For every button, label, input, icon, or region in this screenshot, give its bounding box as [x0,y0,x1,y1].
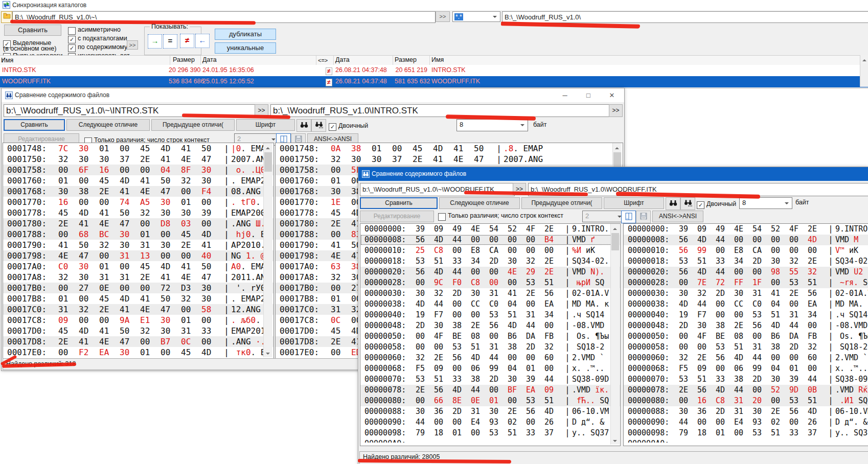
compare1-bytes-dropdown[interactable]: 8 [456,119,528,131]
column-header-date[interactable]: Дата [202,56,217,63]
sync-right-path-field[interactable]: B:\_\Woodruff_RUS_v1.0\ [502,11,868,23]
compare2-context-dropdown[interactable]: 2 [582,211,625,222]
hex-row: 00000008:564D44000000004D|VMD M [624,235,868,245]
compare1-left-hex-panel[interactable]: 0001748:7C300100454D4150||0. EMAP0001750… [3,143,274,359]
filter-combo[interactable]: *.* [452,11,500,22]
hex-row: 00000010:569900E8CA000000|V™ иК [624,245,868,256]
hex-row: 00017D8:2E414E4700B70C00|.ANG ·. [3,336,273,347]
compare2-title: Сравнение содержимого файлов [372,170,466,177]
compare2-only-diff-checkbox[interactable]: ✓Только различия; число строк контекст [438,212,563,221]
hex-row: 0001798:4E47003113000040|NG 1. @ [3,250,273,261]
hex-row: 00000080:0016C83120005351| .И1 SQ [624,396,868,406]
sync-file-list[interactable]: INTRO.STK20 296 39024.01.95 16:35:06≠26.… [0,65,868,87]
hex-row: 00000040:19F7000053513134|.ч SQ14 [360,310,620,320]
show-equal-button[interactable]: = [163,34,177,49]
hex-row: 00017D0:454D415032303133|EMAP2013 [3,326,273,336]
sync-list-scrollbar[interactable] [860,55,868,87]
column-header-cmp[interactable]: <=> [318,57,328,63]
view-mode-icon-button[interactable] [621,211,636,223]
save-icon-button[interactable] [636,211,651,223]
compare1-titlebar[interactable]: Сравнение содержимого файлов ─ □ ✕ [2,88,624,102]
compare2-compare-button[interactable]: Сравнить [360,197,438,209]
compare2-font-button[interactable]: Шрифт [604,197,664,209]
column-header-date2[interactable]: Дата [335,56,350,63]
compare2-right-hex-panel[interactable]: 00000000:3909494E54524F2E|9.INTRO.000000… [623,223,868,446]
hex-row: 00000088:30362D31302E564D|06-10.VM [624,406,868,417]
maximize-button[interactable]: □ [578,88,599,102]
hex-row: 00000038:4D4400CCC00400EA|MD МА. к [624,299,868,310]
hex-row: 00000020:564D4400004E292E|VMD N). [360,267,620,277]
compare2-edit-button[interactable]: Редактирование [360,211,434,222]
column-header-name2[interactable]: Имя [431,56,444,63]
search-binoculars-button[interactable] [666,197,680,210]
hex-row: 00000018:535133342D30322E|SQ34-02. [360,256,620,267]
hex-row: 0001748:7C300100454D4150||0. EMAP [3,143,273,154]
compare1-left-scrollbar[interactable] [263,143,272,357]
compare2-next-diff-button[interactable]: Следующее отличие [439,197,520,209]
not-equals-icon: ≠ [326,79,332,86]
hex-row: 0001750:323030372E414E47|2007.ANG [276,154,623,165]
sync-window: Синхронизация каталогов * B:\_\Woodruff_… [0,0,868,88]
sync-app-icon [3,1,10,9]
file-size-right: 581 635 632 [395,78,427,85]
close-button[interactable]: ✕ [602,88,622,102]
compare1-prev-diff-button[interactable]: Предыдущее отличи( [151,119,235,131]
compare1-compare-button[interactable]: Сравнить [4,119,65,131]
chevron-down-icon [785,202,789,206]
content-options-expand-button[interactable]: >> [127,40,138,50]
compare1-right-path-field[interactable]: b:\_\Woodruff_RUS_v1.0\INTRO.STK [270,104,612,117]
search-next-binoculars-button[interactable] [311,119,326,132]
file-row[interactable]: INTRO.STK20 296 39024.01.95 16:35:06≠26.… [0,65,868,76]
search-next-binoculars-button[interactable] [680,197,695,210]
hex-row: 00000068:F509000699040100|х. .™.. [624,363,868,374]
compare1-binary-checkbox[interactable]: ✓Двоичный [329,121,368,131]
hex-row: 00000028:007E72FF1F005351| ~rя. SQ [624,277,868,288]
hex-row: 00000090:440000E493020026|D д“. & [360,417,620,428]
hex-row: 00000020:564D440000985532|VMD U2 [624,267,868,277]
file-row[interactable]: WOODRUFF.ITK536 834 68625.01.95 12:05:52… [0,76,868,87]
compare1-next-diff-button[interactable]: Следующее отличие [66,119,150,131]
hex-row: 00000088:30362D31302E564D|06-10.VM [360,406,620,417]
compare2-binary-checkbox[interactable]: ✓Двоичный [697,199,736,209]
compare2-ansi-button[interactable]: ANSI<->ANSI [652,211,703,222]
compare2-bytes-dropdown[interactable]: 8 [739,197,792,209]
column-header-size[interactable]: Размер [173,56,195,63]
show-copy-right-button[interactable]: → [148,34,162,49]
compare1-font-button[interactable]: Шрифт [236,119,295,131]
column-header-size2[interactable]: Размер [395,56,417,63]
hex-row: 00000078:2E564D4400529D0B|.VMD Rќ. [624,385,868,396]
hex-row: 00017C8:0900009AE1300100|. љб0. [3,315,273,326]
duplicates-button[interactable]: дубликаты [215,29,276,40]
show-copy-left-button[interactable]: ← [195,34,210,48]
hex-row: 000000A0: [624,438,868,443]
hex-row: 0001790:4150323031302E41|AP2010.A [3,240,273,250]
sync-path-expand-button[interactable]: >> [436,11,450,22]
hex-row: 00000098:7918010053513337|y.. SQ37 [624,428,868,438]
compare2-prev-diff-button[interactable]: Предыдущее отличи( [521,197,602,209]
uniques-button[interactable]: уникальные [215,42,276,54]
hex-row: 00000080:00668E0E01005351| fЋ.. SQ [360,396,620,406]
compare2-left-hex-panel[interactable]: 00000000:3909494E54524F2E|9.INTRO.000000… [360,223,621,446]
sync-list-header[interactable]: ↑Имя Размер Дата <=> Дата Размер Имя [0,55,868,65]
search-binoculars-button[interactable] [296,119,311,132]
compare1-right-path-expand[interactable]: >> [609,104,623,117]
compare-window-2: Сравнение содержимого файлов b:\_\Woodru… [358,167,868,464]
hex-row: 00017A8:323031312E414E47|2011.ANG [3,272,273,283]
hex-row: 00000090:440000E493020026|D д“. & [624,417,868,428]
hex-row: 00000068:F509000699040100|х. .™.. [360,363,620,374]
hex-row: 0001760:0100454D41503230|. EMAP20 [3,175,273,186]
show-not-equal-button[interactable]: ≠ [180,34,194,48]
compare2-titlebar[interactable]: Сравнение содержимого файлов [358,167,868,181]
minimize-button[interactable]: ─ [555,88,575,102]
hex-row: 00000030:30322D3031412E56|02-01A.V [624,288,868,299]
hex-row: 00000028:009CF0C800005351| њрИ SQ [360,277,620,288]
file-name-left: INTRO.STK [2,66,167,74]
hex-row: 00000078:2E564D4400BFEA09|.VMD їк. [360,385,620,396]
file-name-right: WOODRUFF.ITK [431,78,636,85]
hex-row: 00000050:004FBE0800B6DAFB| Os. ¶Ъы [624,331,868,342]
sync-compare-button[interactable]: Сравнить [4,25,61,36]
compare1-title: Сравнение содержимого файлов [15,91,109,99]
compare2-left-scrollbar[interactable] [610,224,620,445]
hex-row: 00017B0:00270E000072D330| '. rУ0 [3,283,273,293]
arrow-left-icon: ← [199,36,207,44]
